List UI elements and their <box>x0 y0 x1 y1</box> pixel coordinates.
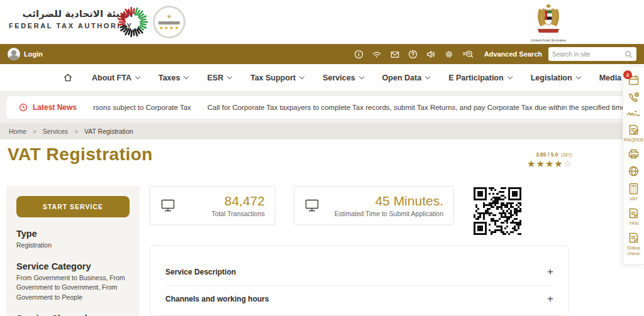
ai-search-icon[interactable]: AI <box>462 50 474 59</box>
chevron-down-icon <box>227 74 232 79</box>
service-category-heading: Service Category <box>16 261 130 271</box>
start-service-button[interactable]: START SERVICE <box>16 196 130 217</box>
vat-calculator-quick-item[interactable]: VAT <box>628 183 639 202</box>
svg-text:AI: AI <box>467 52 470 55</box>
phone-icon <box>628 92 640 104</box>
signature-quick-item[interactable] <box>627 109 640 118</box>
raqeeb-label: RAQEEB <box>624 137 643 143</box>
chevron-down-icon <box>425 74 430 79</box>
type-heading: Type <box>16 229 130 239</box>
brand-arabic-text: الهيئة الاتحادية للضرائب <box>9 8 133 19</box>
fta-circle-logo-icon <box>115 3 150 41</box>
estimated-time-card: 45 Minutes. Estimated Time to Submit App… <box>294 186 454 225</box>
signature-icon <box>627 109 640 118</box>
notification-badge: 2 <box>623 70 632 79</box>
advanced-search-link[interactable]: Advanced Search <box>484 50 542 58</box>
status-check-label: Status check <box>623 245 644 256</box>
service-info-panel: START SERVICE Type Registration Service … <box>6 186 140 316</box>
expand-plus-icon[interactable]: + <box>547 293 553 305</box>
breadcrumb-home[interactable]: Home <box>9 128 26 135</box>
qr-code <box>470 183 525 239</box>
expand-plus-icon[interactable]: + <box>547 266 553 278</box>
mail-icon[interactable] <box>390 50 400 59</box>
nav-services[interactable]: Services <box>323 74 363 82</box>
calendar-quick-item[interactable]: 2 <box>628 74 640 86</box>
status-check-quick-item[interactable]: Status check <box>623 232 644 256</box>
rating-value: 3.85 / 5.0 <box>527 151 558 158</box>
web-quick-item[interactable] <box>628 165 640 177</box>
badge-emblem-icon: ✳ <box>167 14 172 20</box>
chevron-down-icon <box>299 74 304 79</box>
news-alert-icon <box>19 103 28 112</box>
wifi-icon[interactable] <box>372 50 382 59</box>
chevron-down-icon <box>135 74 140 79</box>
chevron-down-icon <box>184 74 189 79</box>
nav-taxes[interactable]: Taxes <box>158 74 189 82</box>
search-icon[interactable] <box>625 50 633 58</box>
utility-bar: Login AI <box>0 44 644 64</box>
nav-tax-support[interactable]: Tax Support <box>250 74 304 82</box>
site-search-box <box>548 47 636 61</box>
main-nav: About FTA Taxes ESR Tax Support Services… <box>0 64 644 92</box>
estimated-time-value: 45 Minutes. <box>335 193 443 209</box>
vat-label: VAT <box>630 196 638 202</box>
accordion-channels-working-hours[interactable]: Channels and working hours + <box>165 285 553 312</box>
nav-home[interactable] <box>63 73 73 82</box>
news-item[interactable]: rsons subject to Corporate Tax <box>93 104 191 111</box>
vat-registration-page: الهيئة الاتحادية للضرائب FEDERAL TAX AUT… <box>0 0 644 316</box>
breadcrumb-current: VAT Registration <box>84 128 133 135</box>
latest-news-label: Latest News <box>19 103 77 112</box>
page-title: VAT Registration <box>8 144 153 165</box>
monitor-icon <box>304 199 319 212</box>
trn-check-quick-item[interactable]: TRN <box>628 207 640 226</box>
print-quick-item[interactable] <box>628 148 640 160</box>
monitor-icon <box>160 199 175 212</box>
total-transactions-value: 84,472 <box>211 193 265 209</box>
news-ticker-section: Latest News rsons subject to Corporate T… <box>0 92 644 123</box>
calculator-icon <box>628 183 639 195</box>
site-header: الهيئة الاتحادية للضرائب FEDERAL TAX AUT… <box>0 0 644 44</box>
call-quick-item[interactable] <box>628 92 640 104</box>
search-input[interactable] <box>552 51 625 58</box>
printer-icon <box>628 148 640 160</box>
service-details-accordion: Service Description + Channels and worki… <box>150 245 569 316</box>
trn-label: TRN <box>629 221 638 226</box>
document-edit-icon <box>628 124 640 136</box>
document-check-icon <box>628 207 640 219</box>
quick-access-sidebar: 2 RAQEEB <box>623 66 644 264</box>
nav-open-data[interactable]: Open Data <box>382 74 430 82</box>
accessibility-audio-icon[interactable] <box>426 50 436 59</box>
user-avatar-icon <box>8 48 20 60</box>
login-button[interactable]: Login <box>8 48 43 60</box>
badge-stars-icon: ★★★★ <box>159 26 180 31</box>
info-icon[interactable] <box>354 50 364 59</box>
nav-e-participation[interactable]: E Participation <box>448 74 512 82</box>
rating-stars[interactable]: ★★★★☆ <box>527 159 590 169</box>
news-item[interactable]: Call for Corporate Tax taxpayers to comp… <box>208 104 638 111</box>
chevron-down-icon <box>575 74 580 79</box>
home-icon <box>63 73 73 82</box>
fta-brand[interactable]: الهيئة الاتحادية للضرائب FEDERAL TAX AUT… <box>9 8 133 30</box>
nav-legislation[interactable]: Legislation <box>531 74 580 82</box>
nav-esr[interactable]: ESR <box>207 74 231 82</box>
nav-about-fta[interactable]: About FTA <box>92 74 140 82</box>
service-channels-heading: Service Channels <box>16 313 130 316</box>
global-star-rating-badge-icon: ✳ ★★★★ <box>153 6 186 38</box>
accordion-service-description[interactable]: Service Description + <box>165 258 553 285</box>
uae-emblem: United Arab Emirates <box>530 3 567 42</box>
uae-emblem-caption: United Arab Emirates <box>530 38 567 42</box>
breadcrumb: Home > Services > VAT Registration <box>0 123 644 139</box>
utility-icons: AI <box>354 50 474 59</box>
uae-falcon-icon <box>534 3 563 35</box>
help-icon[interactable] <box>408 50 418 59</box>
chevron-down-icon <box>507 74 512 79</box>
rating-count: (287) <box>561 152 572 158</box>
breadcrumb-services[interactable]: Services <box>43 128 68 135</box>
settings-gear-icon[interactable] <box>444 50 454 59</box>
document-status-icon <box>628 232 640 244</box>
type-value: Registration <box>16 241 130 250</box>
login-label: Login <box>24 50 43 58</box>
brand-english-text: FEDERAL TAX AUTHORITY <box>9 22 133 30</box>
raqeeb-quick-item[interactable]: RAQEEB <box>624 124 643 143</box>
breadcrumb-separator: > <box>74 128 78 135</box>
